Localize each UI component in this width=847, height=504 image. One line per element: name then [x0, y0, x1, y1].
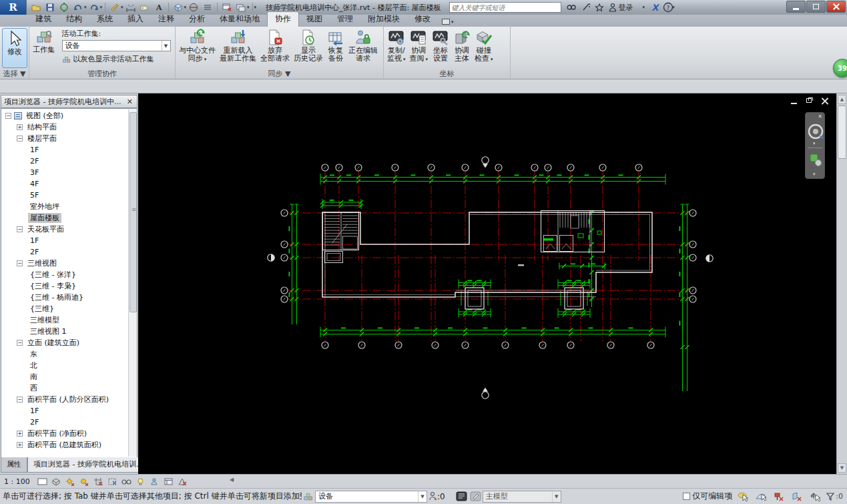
notification-badge[interactable]: 39: [833, 59, 847, 77]
tree-item[interactable]: 北: [1, 360, 137, 371]
view-restore-icon[interactable]: [806, 97, 814, 105]
tree-item[interactable]: 西: [1, 383, 137, 394]
select-elements-by-face-icon[interactable]: [791, 491, 803, 502]
tree-expander-icon[interactable]: −: [17, 397, 23, 403]
view-minimize-icon[interactable]: [790, 97, 799, 105]
zoom-tool-icon[interactable]: [806, 150, 826, 174]
drawing-canvas[interactable]: ✕ ▾ ▾: [138, 93, 836, 474]
close-icon[interactable]: ✕: [125, 97, 134, 106]
vertical-scrollbar[interactable]: ▲ ▼: [836, 93, 847, 474]
ribbon-tab[interactable]: 修改: [407, 12, 438, 27]
ribbon-button[interactable]: 复制/ 监视▾: [385, 27, 408, 69]
tree-item[interactable]: {三维 - 李枭}: [1, 280, 137, 292]
ribbon-tab[interactable]: 附加模块: [360, 12, 407, 27]
design-option-dropdown[interactable]: 主模型 ▼: [483, 491, 561, 503]
browser-tab[interactable]: 项目浏览器 - 技师学院机电培训...: [27, 457, 141, 473]
close-button[interactable]: [826, 1, 846, 13]
scroll-left-icon[interactable]: ◀: [230, 477, 234, 483]
editing-requests-icon[interactable]: :0: [429, 491, 445, 501]
search-input[interactable]: [449, 2, 561, 13]
tree-item[interactable]: 屋面楼板: [1, 212, 137, 224]
view-close-icon[interactable]: [821, 97, 830, 105]
tree-item[interactable]: 东: [1, 348, 137, 360]
filter-icon[interactable]: :0: [826, 492, 843, 501]
navbar-chevron2-icon[interactable]: ▾: [813, 172, 816, 177]
gray-inactive-worksets-toggle[interactable]: 以灰色显示非活动工作集: [62, 54, 172, 64]
sign-in-icon[interactable]: [609, 3, 617, 12]
sun-path-icon[interactable]: [65, 477, 76, 487]
tree-item[interactable]: 1F: [1, 405, 137, 417]
tree-expander-icon[interactable]: −: [5, 113, 11, 119]
search-icon[interactable]: [566, 3, 577, 12]
tree-expander-icon[interactable]: +: [17, 431, 23, 437]
favorites-icon[interactable]: [595, 3, 604, 12]
ribbon-tab[interactable]: 协作: [267, 11, 299, 27]
navbar-chevron-icon[interactable]: ▾: [813, 141, 816, 146]
shadows-icon[interactable]: [79, 477, 90, 487]
ribbon-button[interactable]: 放弃 全部请求▾: [258, 27, 292, 69]
login-label[interactable]: 登录: [619, 3, 633, 13]
select-pinned-elements-icon[interactable]: [773, 491, 785, 502]
ribbon-button[interactable]: 坐标 设置▾: [430, 27, 451, 69]
3d-view-dropdown-icon[interactable]: ▾: [184, 5, 187, 10]
tree-item[interactable]: − 三维视图: [1, 258, 137, 269]
login-dropdown-icon[interactable]: ▾: [643, 5, 645, 10]
tree-item[interactable]: + 面积平面 (净面积): [1, 428, 137, 439]
detail-level-icon[interactable]: [37, 477, 48, 487]
modify-button[interactable]: 修改: [2, 28, 27, 68]
tree-expander-icon[interactable]: −: [17, 226, 23, 232]
tree-item[interactable]: 2F: [1, 417, 137, 428]
tree-item[interactable]: 2F: [1, 246, 137, 258]
design-options-icon[interactable]: [456, 491, 467, 501]
ribbon-tab[interactable]: 管理: [330, 12, 360, 27]
view-scale-button[interactable]: 1 : 100: [4, 477, 30, 486]
restore-button[interactable]: [806, 1, 826, 13]
tree-item[interactable]: − 视图 (全部): [1, 110, 137, 121]
tree-expander-icon[interactable]: −: [17, 136, 23, 142]
tree-expander-icon[interactable]: +: [17, 124, 23, 130]
tree-item[interactable]: 室外地坪: [1, 201, 137, 212]
chevron-down-icon[interactable]: ▼: [418, 491, 427, 502]
ribbon-tab[interactable]: 结构: [59, 12, 89, 27]
ribbon-tab[interactable]: 注释: [151, 12, 182, 27]
checkbox-icon[interactable]: [683, 493, 690, 500]
project-browser-header[interactable]: 项目浏览器 - 技师学院机电培训中... ✕: [1, 95, 137, 108]
ribbon-button[interactable]: 与中心文件 同步▾: [177, 27, 218, 69]
ribbon-tab[interactable]: 体量和场地: [212, 12, 267, 27]
steering-wheel-icon[interactable]: [806, 117, 826, 150]
hide-analytical-model-icon[interactable]: [177, 477, 188, 487]
vertical-scrollbar-thumb[interactable]: [838, 105, 846, 159]
visual-style-icon[interactable]: [51, 477, 62, 487]
temporary-view-properties-icon[interactable]: [163, 477, 174, 487]
exchange-apps-icon[interactable]: X: [651, 3, 658, 13]
select-links-icon[interactable]: [737, 491, 749, 502]
help-dropdown-icon[interactable]: ▾: [672, 5, 675, 10]
tree-scrollbar[interactable]: [128, 109, 137, 457]
redo-dropdown-icon[interactable]: ▾: [100, 5, 103, 10]
ribbon-tab[interactable]: 系统: [89, 12, 120, 27]
tree-item[interactable]: {三维}: [1, 303, 137, 314]
switch-windows-dropdown-icon[interactable]: ▾: [247, 5, 250, 10]
tree-item[interactable]: 4F: [1, 178, 137, 190]
chevron-down-icon[interactable]: ▼: [552, 491, 561, 502]
scroll-down-icon[interactable]: ▼: [838, 463, 846, 473]
ribbon-button[interactable]: 显示 历史记录▾: [292, 27, 325, 69]
browser-tab[interactable]: 属性: [1, 457, 27, 473]
drag-elements-icon[interactable]: [809, 491, 821, 502]
tree-item[interactable]: − 楼层平面: [1, 133, 137, 144]
tree-item[interactable]: 1F: [1, 235, 137, 246]
ribbon-tab[interactable]: 分析: [182, 12, 212, 27]
measure-dropdown-icon[interactable]: ▾: [121, 5, 123, 10]
ribbon-tab[interactable]: 视图: [299, 12, 330, 27]
tree-item[interactable]: − 天花板平面: [1, 224, 137, 235]
ribbon-tab[interactable]: 建筑: [28, 12, 59, 27]
tree-item[interactable]: + 结构平面: [1, 121, 137, 133]
ribbon-button[interactable]: 协调 查阅▾: [408, 27, 431, 69]
tree-expander-icon[interactable]: −: [17, 340, 23, 346]
tree-item[interactable]: {三维 - 张洋}: [1, 269, 137, 280]
communication-center-icon[interactable]: [581, 3, 590, 12]
select-underlay-elements-icon[interactable]: [755, 491, 767, 502]
edit-design-option-icon[interactable]: [470, 491, 481, 501]
customize-qat-icon[interactable]: ▾: [254, 5, 257, 10]
ribbon-button[interactable]: 正在编辑 请求▾: [346, 27, 380, 69]
